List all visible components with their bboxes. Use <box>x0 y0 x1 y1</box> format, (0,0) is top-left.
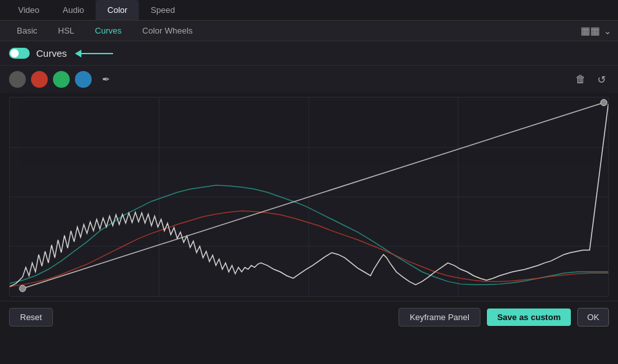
svg-point-8 <box>19 285 26 292</box>
tab-speed[interactable]: Speed <box>139 0 187 20</box>
channel-row: ✒ 🗑 ↺ <box>0 66 618 93</box>
chart-grid <box>10 97 608 296</box>
svg-line-7 <box>23 103 604 288</box>
channel-gray-button[interactable] <box>9 71 26 88</box>
tab-basic[interactable]: Basic <box>6 21 48 41</box>
arrow-line <box>81 53 113 54</box>
channel-red-button[interactable] <box>31 71 48 88</box>
eyedropper-button[interactable]: ✒ <box>99 72 113 86</box>
save-as-custom-button[interactable]: Save as custom <box>487 308 571 326</box>
tab-color-wheels[interactable]: Color Wheels <box>132 21 203 41</box>
keyframe-panel-button[interactable]: Keyframe Panel <box>398 308 480 327</box>
reset-button[interactable]: Reset <box>9 308 53 327</box>
curves-chart[interactable] <box>9 97 609 297</box>
channel-green-button[interactable] <box>53 71 70 88</box>
undo-button[interactable]: ↺ <box>594 72 609 87</box>
bottom-bar: Reset Keyframe Panel Save as custom OK <box>0 301 618 333</box>
channel-blue-button[interactable] <box>75 71 92 88</box>
curves-header: Curves <box>0 41 618 66</box>
delete-button[interactable]: 🗑 <box>572 72 589 87</box>
tab-audio[interactable]: Audio <box>51 0 96 20</box>
svg-point-9 <box>601 99 607 106</box>
svg-rect-0 <box>10 97 608 296</box>
tab-curves[interactable]: Curves <box>85 21 132 41</box>
arrow-annotation <box>75 50 113 57</box>
split-view-icon[interactable]: ▦▦ <box>581 25 600 37</box>
curves-title: Curves <box>36 48 67 59</box>
chevron-down-icon[interactable]: ⌄ <box>604 26 612 36</box>
sub-tabs: Basic HSL Curves Color Wheels ▦▦ ⌄ <box>0 21 618 41</box>
ok-button[interactable]: OK <box>577 308 609 327</box>
tab-color[interactable]: Color <box>96 0 139 20</box>
top-tabs: Video Audio Color Speed <box>0 0 618 21</box>
tab-video[interactable]: Video <box>6 0 51 20</box>
tab-hsl[interactable]: HSL <box>48 21 85 41</box>
curves-toggle[interactable] <box>9 48 30 59</box>
